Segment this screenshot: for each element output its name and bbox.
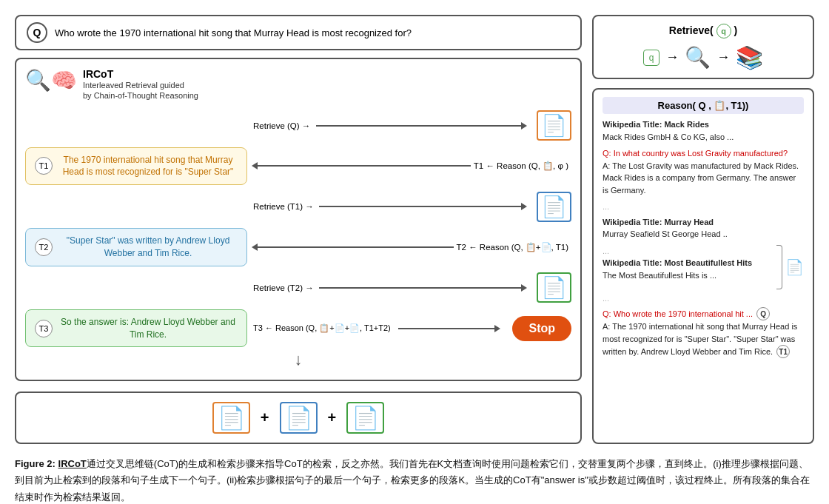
plus-1: + — [261, 409, 269, 426]
doc-icon-orange-1: 📄 — [537, 110, 571, 141]
doc-bottom-1: 📄 — [212, 402, 250, 434]
stop-button[interactable]: Stop — [512, 316, 571, 341]
doc-retrieve-result: 📚 — [736, 44, 763, 70]
arrow-retrieve-q-label: Retrieve (Q) → — [253, 121, 313, 130]
q-node: q — [643, 50, 660, 66]
t2-label: T2 — [35, 238, 53, 256]
right-panel: Retrieve( q ) q → 🔍 → 📚 Reason( Q , 📋, T… — [592, 15, 814, 444]
plus-2: + — [328, 409, 337, 426]
flow-arrow-2: → — [716, 50, 730, 65]
t1-marker: T1 — [776, 345, 790, 358]
reason-content: Wikipedia Title: Mack Rides Mack Rides G… — [603, 118, 804, 358]
t3-text: So the answer is: Andrew Lloyd Webber an… — [58, 316, 238, 341]
doc-icon-green-1: 📄 — [537, 272, 571, 303]
row-t2-reason: T2 "Super Star" was written by Andrew Ll… — [25, 228, 571, 266]
reason-section-3: Wikipedia Title: Murray Head Murray Seaf… — [603, 216, 804, 241]
row-t1-reason: T1 The 1970 international hit song that … — [25, 147, 571, 186]
t3-label: T3 — [35, 320, 53, 337]
caption-label: Figure 2: — [15, 458, 56, 469]
thought-t3: T3 So the answer is: Andrew Lloyd Webber… — [25, 309, 247, 348]
arrow-retrieve-t2-label: Retrieve (T2) → — [253, 283, 316, 292]
search-icon: 🔍 — [685, 45, 711, 70]
caption-ircot: IRCoT — [58, 458, 87, 469]
diagram-box: 🔍🧠 IRCoT Interleaved Retrieval guidedby … — [15, 58, 582, 381]
retrieve-flow: q → 🔍 → 📚 — [603, 44, 804, 70]
doc-icon-blue-1: 📄 — [537, 192, 571, 222]
t1-label: T1 — [35, 157, 53, 175]
doc-bottom-2: 📄 — [280, 402, 318, 434]
ircot-subtitle: Interleaved Retrieval guidedby Chain-of-… — [83, 80, 198, 101]
reason-section-2: Q: In what country was Lost Gravity manu… — [603, 147, 804, 196]
retrieve-title: Retrieve( q ) — [603, 24, 804, 38]
arrow-retrieve-t1-label: Retrieve (T1) → — [253, 202, 316, 211]
caption-body: 通过交叉思维链(CoT)的生成和检索步骤来指导CoT的检索，反之亦然。我们首先在… — [15, 458, 810, 502]
reason-box: Reason( Q , 📋, T1)) Wikipedia Title: Mac… — [592, 88, 814, 444]
row-retrieve-q: Retrieve (Q) → 📄 — [25, 107, 571, 144]
t1-text: The 1970 international hit song that Mur… — [58, 154, 238, 179]
row-t3-reason: T3 So the answer is: Andrew Lloyd Webber… — [25, 309, 571, 348]
arrow-t3-reason-label: T3 ← Reason (Q, 📋+📄+📄, T1+T2) — [253, 323, 391, 333]
caption: Figure 2: IRCoT通过交叉思维链(CoT)的生成和检索步骤来指导Co… — [15, 456, 814, 504]
question-box: Q Who wrote the 1970 international hit s… — [15, 15, 582, 50]
ircot-title: IRCoT — [83, 68, 198, 80]
ircot-header: 🔍🧠 IRCoT Interleaved Retrieval guidedby … — [25, 68, 571, 101]
arrow-t1-reason-label: T1 ← Reason (Q, 📋, φ ) — [474, 161, 571, 171]
row-retrieve-t2: Retrieve (T2) → 📄 — [25, 269, 571, 306]
down-arrow: ↓ — [25, 350, 571, 369]
q-marker: Q — [756, 307, 770, 320]
retrieve-box: Retrieve( q ) q → 🔍 → 📚 — [592, 15, 814, 79]
doc-bottom-3: 📄 — [346, 402, 384, 434]
reason-title: Reason( Q , 📋, T1)) — [603, 97, 804, 114]
t2-text: "Super Star" was written by Andrew Lloyd… — [58, 235, 238, 260]
bottom-docs-row: 📄 + 📄 + 📄 — [15, 392, 582, 444]
retrieve-q-label: q — [716, 24, 731, 38]
reason-section-1: Wikipedia Title: Mack Rides Mack Rides G… — [603, 118, 804, 143]
q-label: Q — [27, 22, 47, 43]
arrow-t2-reason-label: T2 ← Reason (Q, 📋+📄, T1) — [457, 242, 571, 252]
question-text: Who wrote the 1970 international hit son… — [55, 27, 412, 38]
flow-arrow-1: → — [665, 50, 679, 65]
reason-section-5: Q: Who wrote the 1970 international hit … — [603, 307, 804, 358]
thought-t2: T2 "Super Star" was written by Andrew Ll… — [25, 228, 247, 266]
row-retrieve-t1: Retrieve (T1) → 📄 — [25, 188, 571, 225]
reason-section-4: Wikipedia Title: Most Beautifullest Hits… — [603, 257, 773, 281]
thought-t1: T1 The 1970 international hit song that … — [25, 147, 247, 186]
